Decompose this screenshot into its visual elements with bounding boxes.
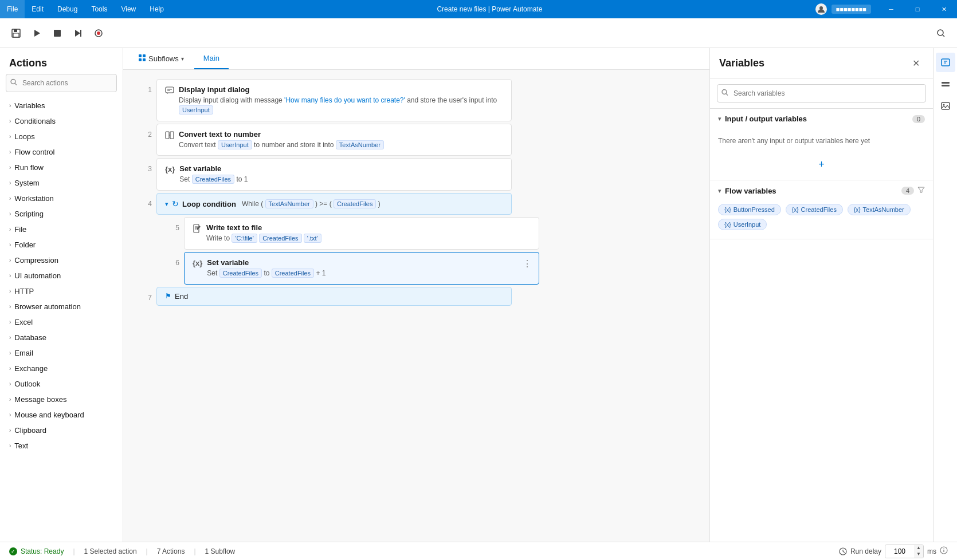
action-item-folder[interactable]: › Folder: [0, 237, 123, 253]
action-item-ui-automation[interactable]: › UI automation: [0, 268, 123, 283]
step-card-2[interactable]: Convert text to number Convert text User…: [156, 124, 512, 156]
action-item-loops[interactable]: › Loops: [0, 129, 123, 144]
var-chip-userinput[interactable]: {x} UserInput: [718, 219, 767, 230]
var-chip-textasnumber[interactable]: {x} TextAsNumber: [848, 204, 911, 215]
run-button[interactable]: [28, 24, 46, 42]
action-item-mouse-keyboard[interactable]: › Mouse and keyboard: [0, 407, 123, 423]
close-button[interactable]: ✕: [931, 0, 957, 18]
next-button[interactable]: [69, 24, 87, 42]
svg-point-42: [943, 549, 944, 550]
menu-debug[interactable]: Debug: [50, 0, 84, 18]
svg-rect-14: [139, 54, 142, 57]
chevron-icon: ›: [9, 257, 11, 263]
flow-variables-section: ▾ Flow variables 4 {x} ButtonPressed: [710, 180, 933, 239]
svg-rect-18: [166, 87, 174, 93]
chevron-icon: ›: [9, 443, 11, 449]
io-empty-text: There aren't any input or output variabl…: [710, 128, 933, 154]
action-item-file[interactable]: › File: [0, 222, 123, 237]
end-card[interactable]: ⚑ End: [156, 287, 512, 306]
svg-rect-34: [942, 85, 950, 86]
var-chip-buttonpressed[interactable]: {x} ButtonPressed: [718, 204, 781, 215]
image-sidebar-button[interactable]: [936, 96, 955, 116]
flow-section-header[interactable]: ▾ Flow variables 4: [710, 180, 933, 200]
loop-var2: CreatedFiles: [334, 199, 376, 208]
tab-main[interactable]: Main: [194, 48, 229, 69]
action-item-variables[interactable]: › Variables: [0, 98, 123, 113]
maximize-button[interactable]: □: [904, 0, 931, 18]
var-chip-createdfiles[interactable]: {x} CreatedFiles: [786, 204, 843, 215]
run-delay-group: Run delay ▲ ▼ ms: [839, 545, 948, 558]
io-section-header[interactable]: ▾ Input / output variables 0: [710, 109, 933, 128]
search-actions-input[interactable]: [6, 74, 117, 92]
run-delay-unit: ms: [927, 547, 936, 555]
svg-rect-3: [13, 33, 19, 37]
convert-icon: [165, 131, 174, 141]
close-variables-button[interactable]: ✕: [908, 55, 924, 71]
stop-button[interactable]: [48, 24, 66, 42]
loop-card[interactable]: ▾ ↻ Loop condition While ( TextAsNumber …: [156, 193, 512, 215]
minimize-button[interactable]: ─: [878, 0, 904, 18]
action-item-database[interactable]: › Database: [0, 330, 123, 345]
action-item-workstation[interactable]: › Workstation: [0, 191, 123, 206]
action-item-compression[interactable]: › Compression: [0, 253, 123, 268]
save-button[interactable]: [7, 24, 25, 42]
io-section-count: 0: [912, 115, 925, 123]
end-label: End: [175, 292, 188, 301]
action-item-conditionals[interactable]: › Conditionals: [0, 113, 123, 129]
search-button[interactable]: [932, 24, 950, 42]
chevron-icon: ›: [9, 211, 11, 217]
step-card-3[interactable]: {x} Set variable Set CreatedFiles to 1: [156, 158, 512, 191]
svg-rect-16: [139, 58, 142, 61]
action-item-message-boxes[interactable]: › Message boxes: [0, 392, 123, 407]
menu-tools[interactable]: Tools: [84, 0, 114, 18]
search-variables-input[interactable]: [717, 84, 926, 102]
selected-actions-count: 1 Selected action: [84, 547, 137, 555]
action-item-label: Database: [14, 333, 46, 342]
filter-icon[interactable]: [917, 186, 925, 195]
info-icon[interactable]: [940, 546, 948, 556]
action-item-exchange[interactable]: › Exchange: [0, 361, 123, 376]
menu-help[interactable]: Help: [143, 0, 171, 18]
action-item-scripting[interactable]: › Scripting: [0, 206, 123, 222]
variables-sidebar-button[interactable]: [936, 53, 955, 72]
action-item-email[interactable]: › Email: [0, 345, 123, 361]
total-actions-count: 7 Actions: [157, 547, 185, 555]
step-card-5[interactable]: Write text to file Write to 'C:\file' Cr…: [184, 217, 539, 250]
loop-collapse-icon[interactable]: ▾: [165, 200, 168, 208]
step-5-desc: Write to 'C:\file' CreatedFiles '.txt': [206, 234, 531, 243]
action-item-flow-control[interactable]: › Flow control: [0, 144, 123, 160]
action-item-system[interactable]: › System: [0, 175, 123, 191]
step-number-1: 1: [135, 79, 152, 94]
layers-sidebar-button[interactable]: [936, 74, 955, 94]
menu-view[interactable]: View: [114, 0, 143, 18]
action-item-label: System: [14, 179, 39, 187]
actions-panel: Actions › Variables › Conditionals ›: [0, 48, 123, 542]
step-1-title: Display input dialog: [179, 85, 503, 94]
step-1-link[interactable]: 'How many files do you want to create?': [284, 96, 405, 104]
action-item-browser-automation[interactable]: › Browser automation: [0, 299, 123, 314]
menu-file[interactable]: File: [0, 0, 25, 18]
step-card-1[interactable]: Display input dialog Display input dialo…: [156, 79, 512, 121]
action-item-run-flow[interactable]: › Run flow: [0, 160, 123, 175]
run-delay-up-button[interactable]: ▲: [914, 545, 923, 551]
step-number-7: 7: [135, 287, 152, 302]
step-more-button[interactable]: ⋮: [520, 257, 534, 271]
var-chip-label: TextAsNumber: [863, 206, 904, 213]
record-button[interactable]: [89, 24, 108, 42]
run-delay-input[interactable]: [885, 545, 914, 558]
action-item-outlook[interactable]: › Outlook: [0, 376, 123, 392]
action-item-text[interactable]: › Text: [0, 438, 123, 453]
action-item-http[interactable]: › HTTP: [0, 283, 123, 299]
step-6-desc: Set CreatedFiles to CreatedFiles + 1: [207, 269, 531, 278]
flow-step-3: 3 {x} Set variable Set CreatedFiles to 1: [135, 158, 698, 191]
menu-edit[interactable]: Edit: [25, 0, 50, 18]
set-var-icon: {x}: [193, 259, 202, 267]
action-item-clipboard[interactable]: › Clipboard: [0, 423, 123, 438]
step-number-5: 5: [162, 217, 179, 232]
subflows-button[interactable]: Subflows ▾: [132, 49, 190, 68]
action-item-excel[interactable]: › Excel: [0, 314, 123, 330]
step-card-6[interactable]: {x} Set variable Set CreatedFiles to Cre…: [184, 252, 539, 285]
loop-body: 5 Write text to file Write: [162, 217, 698, 285]
add-io-variable-button[interactable]: +: [710, 154, 933, 175]
run-delay-down-button[interactable]: ▼: [914, 551, 923, 558]
